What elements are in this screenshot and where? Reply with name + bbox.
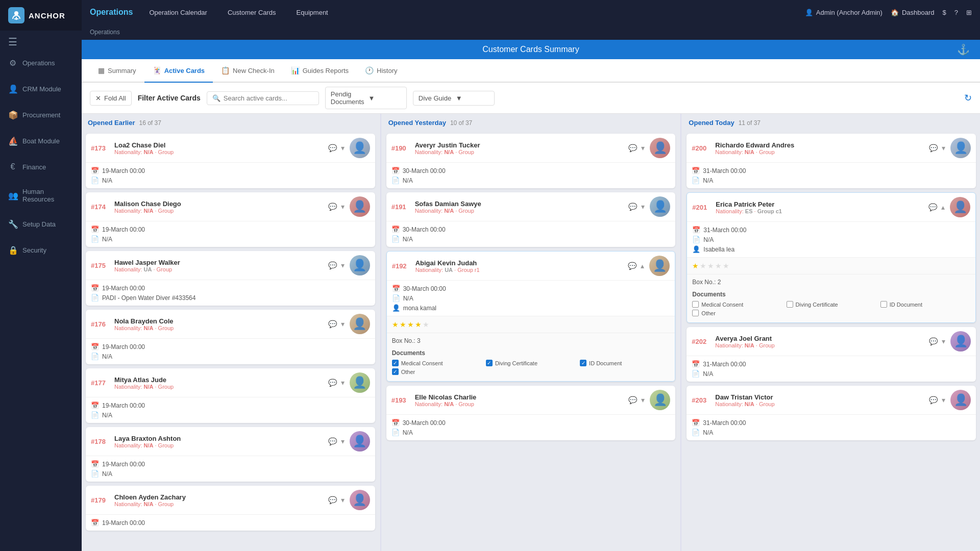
card-expand-btn-190[interactable]: ▾ bbox=[640, 143, 646, 153]
card-comment-btn-177[interactable]: 💬 bbox=[327, 378, 338, 388]
sidebar-item-boat[interactable]: ⛵ Boat Module bbox=[0, 128, 82, 154]
sidebar-item-security[interactable]: 🔒 Security bbox=[0, 237, 82, 263]
calendar-icon: 📅 bbox=[391, 419, 400, 427]
card-comment-btn-193[interactable]: 💬 bbox=[627, 395, 638, 405]
card-comment-btn-173[interactable]: 💬 bbox=[327, 143, 338, 153]
card-comment-btn-179[interactable]: 💬 bbox=[327, 495, 338, 505]
breadcrumb-operations[interactable]: Operations bbox=[90, 29, 120, 36]
card-actions-176: 💬 ▾ bbox=[327, 319, 346, 329]
dive-guide-dropdown[interactable]: Dive Guide ▼ bbox=[413, 91, 495, 106]
note-icon: 📄 bbox=[91, 470, 99, 478]
doc-diving-201: Diving Certificate bbox=[787, 301, 876, 308]
home-icon: 🏠 bbox=[891, 9, 899, 16]
card-expand-btn-202[interactable]: ▾ bbox=[941, 336, 946, 346]
topnav-grid[interactable]: ⊞ bbox=[966, 9, 972, 16]
card-stars-192: ★ ★ ★ ★ ★ bbox=[392, 320, 429, 329]
card-174: #174 Malison Chase Diego Nationality: N/… bbox=[86, 192, 375, 247]
card-expand-btn-176[interactable]: ▾ bbox=[340, 319, 346, 329]
tab-new-checkin[interactable]: 📋 New Check-In bbox=[213, 59, 283, 83]
card-comment-btn-190[interactable]: 💬 bbox=[627, 143, 638, 153]
topnav-title: Operations bbox=[90, 8, 133, 17]
card-number-203: #203 bbox=[692, 396, 711, 404]
card-expand-btn-178[interactable]: ▾ bbox=[340, 436, 346, 446]
card-expand-btn-175[interactable]: ▾ bbox=[340, 260, 346, 270]
tab-history[interactable]: 🕐 History bbox=[357, 59, 405, 83]
topnav-user[interactable]: 👤 Admin (Anchor Admin) bbox=[805, 9, 883, 16]
card-comment-btn-174[interactable]: 💬 bbox=[327, 202, 338, 212]
card-comment-btn-203[interactable]: 💬 bbox=[928, 395, 939, 405]
card-collapse-btn-192[interactable]: ▴ bbox=[640, 261, 645, 271]
search-box[interactable]: 🔍 bbox=[207, 91, 319, 105]
refresh-button[interactable]: ↻ bbox=[964, 92, 972, 104]
checkbox-other-201[interactable] bbox=[692, 310, 699, 316]
card-expand-btn-203[interactable]: ▾ bbox=[941, 395, 946, 405]
card-number-191: #191 bbox=[391, 203, 411, 211]
checkbox-diving-201[interactable] bbox=[787, 301, 793, 308]
topnav-user-label: Admin (Anchor Admin) bbox=[816, 9, 883, 16]
pending-docs-dropdown[interactable]: Pendig Documents ▼ bbox=[325, 87, 407, 109]
card-nat-176: Nationality: N/A · Group bbox=[114, 325, 323, 331]
card-expand-btn-179[interactable]: ▾ bbox=[340, 495, 346, 505]
checkbox-other-192[interactable]: ✓ bbox=[392, 368, 399, 375]
checkbox-medical-192[interactable]: ✓ bbox=[392, 360, 399, 366]
topnav-money[interactable]: $ bbox=[943, 9, 946, 16]
sidebar-item-setup[interactable]: 🔧 Setup Data bbox=[0, 211, 82, 237]
card-expand-btn-177[interactable]: ▾ bbox=[340, 378, 346, 388]
sidebar-item-operations[interactable]: ⚙ Operations bbox=[0, 50, 82, 76]
card-note-193: 📄N/A bbox=[391, 429, 671, 436]
tab-summary[interactable]: ▦ Summary bbox=[90, 59, 144, 83]
guide-icon: 👤 bbox=[392, 304, 400, 312]
card-actions-200: 💬 ▾ bbox=[928, 143, 946, 153]
tab-guides-reports[interactable]: 📊 Guides Reports bbox=[283, 59, 357, 83]
card-number-201: #201 bbox=[692, 204, 712, 211]
checkbox-diving-192[interactable]: ✓ bbox=[486, 360, 493, 366]
card-expand-btn-200[interactable]: ▾ bbox=[941, 143, 946, 153]
card-comment-btn-178[interactable]: 💬 bbox=[327, 436, 338, 446]
search-input[interactable] bbox=[224, 94, 313, 102]
card-comment-btn-176[interactable]: 💬 bbox=[327, 319, 338, 329]
card-date-201: 📅31-March 00:00 bbox=[692, 226, 970, 234]
card-comment-btn-202[interactable]: 💬 bbox=[928, 336, 939, 346]
topnav-dashboard[interactable]: 🏠 Dashboard bbox=[891, 9, 935, 16]
card-collapse-btn-201[interactable]: ▴ bbox=[940, 202, 946, 212]
card-179: #179 Chloen Ayden Zachary Nationality: N… bbox=[86, 486, 375, 531]
topnav-link-cards[interactable]: Customer Cards bbox=[224, 7, 280, 18]
card-comment-btn-192[interactable]: 💬 bbox=[627, 261, 638, 271]
top-nav: Operations Operation Calendar Customer C… bbox=[82, 0, 980, 24]
menu-toggle[interactable]: ☰ bbox=[0, 31, 82, 50]
card-expand-btn-193[interactable]: ▾ bbox=[640, 395, 646, 405]
column-count-today: 11 of 37 bbox=[739, 119, 761, 127]
card-body-203: 📅31-March 00:00 📄N/A bbox=[687, 415, 976, 440]
fold-all-button[interactable]: ✕ Fold All bbox=[90, 91, 132, 106]
card-comment-btn-200[interactable]: 💬 bbox=[928, 143, 939, 153]
card-comment-btn-201[interactable]: 💬 bbox=[927, 202, 938, 212]
chevron-down-icon: ▼ bbox=[369, 94, 401, 102]
card-name-173: Loa2 Chase Diel bbox=[114, 141, 323, 149]
checkbox-id-192[interactable]: ✓ bbox=[580, 360, 586, 366]
card-info-176: Nola Brayden Cole Nationality: N/A · Gro… bbox=[114, 317, 323, 331]
topnav-help[interactable]: ? bbox=[954, 9, 958, 16]
card-body-179: 📅19-March 00:00 bbox=[86, 515, 375, 531]
sidebar-item-finance[interactable]: € Finance bbox=[0, 154, 82, 180]
doc-id-label-192: ID Document bbox=[589, 360, 622, 366]
card-expand-btn-173[interactable]: ▾ bbox=[340, 143, 346, 153]
card-number-190: #190 bbox=[391, 144, 411, 152]
checkbox-medical-201[interactable] bbox=[692, 301, 699, 308]
card-comment-btn-175[interactable]: 💬 bbox=[327, 260, 338, 270]
topnav-link-equipment[interactable]: Equipment bbox=[292, 7, 332, 18]
page-banner: Customer Cards Summary ⚓ bbox=[82, 40, 980, 59]
anchor-icon: ⚓ bbox=[957, 43, 970, 56]
sidebar-item-crm[interactable]: 👤 CRM Module bbox=[0, 76, 82, 102]
sidebar-item-hr[interactable]: 👥 Human Resources bbox=[0, 180, 82, 211]
card-expand-btn-191[interactable]: ▾ bbox=[640, 202, 646, 212]
checkbox-id-201[interactable] bbox=[880, 301, 887, 308]
topnav-link-calendar[interactable]: Operation Calendar bbox=[145, 7, 211, 18]
note-icon: 📄 bbox=[91, 353, 99, 360]
sidebar-item-procurement[interactable]: 📦 Procurement bbox=[0, 102, 82, 128]
card-info-175: Hawel Jasper Walker Nationality: UA · Gr… bbox=[114, 259, 323, 272]
card-comment-btn-191[interactable]: 💬 bbox=[627, 202, 638, 212]
card-guide-201: 👤Isabella lea bbox=[692, 245, 970, 253]
card-number-202: #202 bbox=[692, 338, 711, 345]
card-expand-btn-174[interactable]: ▾ bbox=[340, 202, 346, 212]
tab-active-cards[interactable]: 🃏 Active Cards bbox=[144, 59, 213, 83]
